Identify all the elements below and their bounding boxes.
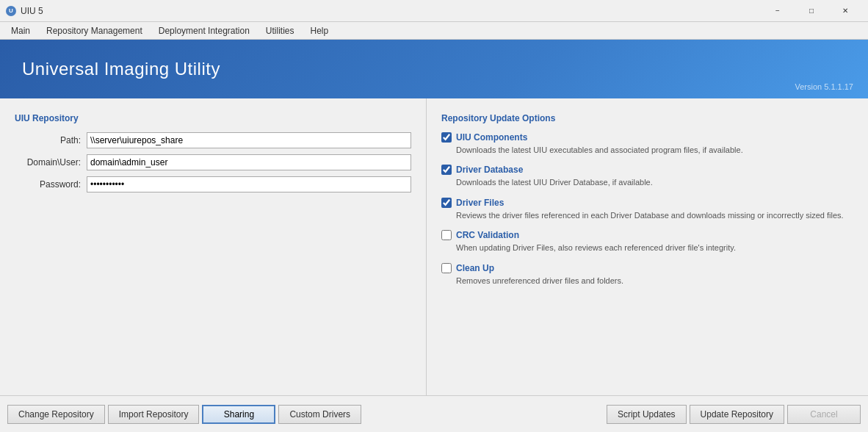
uiu-components-checkbox[interactable] [441, 132, 452, 143]
clean-up-checkbox[interactable] [441, 263, 452, 273]
repo-update-options-title: Repository Update Options [441, 113, 853, 123]
clean-up-desc: Removes unreferenced driver files and fo… [456, 276, 853, 287]
domain-row: Domain\User: [15, 154, 411, 170]
option-driver-files-header: Driver Files [441, 198, 853, 208]
password-label: Password: [15, 179, 81, 190]
driver-database-label: Driver Database [456, 165, 523, 175]
driver-files-desc: Reviews the driver files referenced in e… [456, 210, 853, 221]
option-uiu-components: UIU Components Downloads the latest UIU … [441, 132, 853, 156]
footer: Change Repository Import Repository Shar… [0, 395, 868, 432]
option-driver-database-header: Driver Database [441, 165, 853, 175]
maximize-button[interactable]: □ [795, 0, 828, 22]
custom-drivers-button[interactable]: Custom Drivers [278, 405, 361, 424]
domain-label: Domain\User: [15, 157, 81, 168]
driver-database-desc: Downloads the latest UIU Driver Database… [456, 177, 853, 188]
crc-validation-desc: When updating Driver Files, also reviews… [456, 242, 853, 253]
close-button[interactable]: ✕ [828, 0, 862, 22]
titlebar-left: U UIU 5 [6, 6, 43, 16]
crc-validation-label: CRC Validation [456, 230, 519, 240]
minimize-button[interactable]: − [761, 0, 795, 22]
driver-files-label: Driver Files [456, 198, 504, 208]
option-crc-validation: CRC Validation When updating Driver File… [441, 230, 853, 253]
uiu-repository-title: UIU Repository [15, 113, 411, 123]
path-label: Path: [15, 135, 81, 145]
script-updates-button[interactable]: Script Updates [607, 405, 687, 424]
menu-main[interactable]: Main [3, 24, 38, 38]
menu-repository-management[interactable]: Repository Management [38, 24, 151, 38]
option-driver-database: Driver Database Downloads the latest UIU… [441, 165, 853, 188]
import-repository-button[interactable]: Import Repository [108, 405, 200, 424]
header-title: Universal Imaging Utility [22, 59, 220, 79]
crc-validation-checkbox[interactable] [441, 230, 452, 240]
menu-deployment-integration[interactable]: Deployment Integration [151, 24, 258, 38]
footer-left: Change Repository Import Repository Shar… [7, 405, 361, 424]
footer-right: Script Updates Update Repository Cancel [607, 405, 861, 424]
titlebar-title: UIU 5 [21, 6, 43, 16]
main-content: UIU Repository Path: Domain\User: Passwo… [0, 98, 868, 395]
uiu-components-label: UIU Components [456, 132, 527, 143]
option-clean-up-header: Clean Up [441, 263, 853, 273]
menubar: Main Repository Management Deployment In… [0, 22, 868, 40]
password-row: Password: [15, 176, 411, 192]
app-icon: U [6, 6, 16, 16]
titlebar-controls: − □ ✕ [761, 0, 862, 22]
titlebar: U UIU 5 − □ ✕ [0, 0, 868, 22]
sharing-button[interactable]: Sharing [202, 405, 275, 424]
menu-utilities[interactable]: Utilities [258, 24, 303, 38]
uiu-components-desc: Downloads the latest UIU executables and… [456, 145, 853, 156]
password-field[interactable] [87, 176, 411, 192]
clean-up-label: Clean Up [456, 263, 494, 273]
update-repository-button[interactable]: Update Repository [690, 405, 784, 424]
driver-database-checkbox[interactable] [441, 165, 452, 175]
header-version: Version 5.1.1.17 [795, 82, 853, 91]
right-panel: Repository Update Options UIU Components… [426, 98, 868, 395]
header-banner: Universal Imaging Utility Version 5.1.1.… [0, 40, 868, 98]
option-crc-validation-header: CRC Validation [441, 230, 853, 240]
option-clean-up: Clean Up Removes unreferenced driver fil… [441, 263, 853, 287]
left-panel: UIU Repository Path: Domain\User: Passwo… [0, 98, 426, 395]
path-field[interactable] [87, 132, 411, 148]
domain-field[interactable] [87, 154, 411, 170]
menu-help[interactable]: Help [303, 24, 337, 38]
change-repository-button[interactable]: Change Repository [7, 405, 105, 424]
option-driver-files: Driver Files Reviews the driver files re… [441, 198, 853, 221]
option-uiu-components-header: UIU Components [441, 132, 853, 143]
driver-files-checkbox[interactable] [441, 198, 452, 208]
path-row: Path: [15, 132, 411, 148]
cancel-button[interactable]: Cancel [787, 405, 861, 424]
app-icon-letter: U [9, 7, 13, 14]
